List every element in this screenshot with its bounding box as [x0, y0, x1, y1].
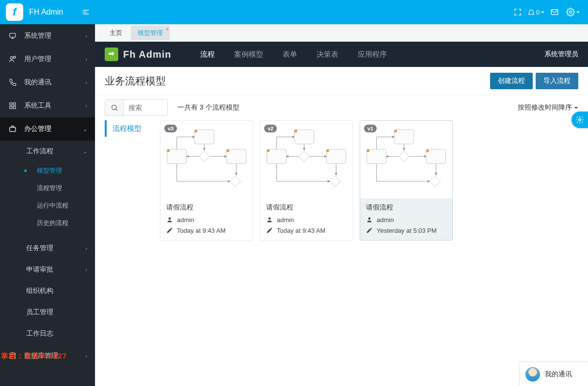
page-tabs: 主页模型管理× [95, 24, 588, 42]
card-time: Yesterday at 5:03 PM [377, 227, 437, 234]
close-icon[interactable]: × [166, 27, 169, 32]
chevron-down-icon: ⌄ [83, 148, 87, 155]
tab-主页[interactable]: 主页 [103, 26, 129, 40]
svg-rect-25 [294, 130, 314, 144]
sidebar: 系统管理›用户管理›我的通讯›系统工具›办公管理⌄工作流程⌄模型管理流程管理运行… [0, 24, 95, 386]
chevron-right-icon: › [85, 103, 87, 109]
sidebar-item-申请审批[interactable]: 申请审批› [0, 259, 95, 280]
sidebar-item-用户管理[interactable]: 用户管理› [0, 48, 95, 71]
svg-rect-18 [194, 130, 214, 144]
search-group [105, 99, 168, 116]
process-card[interactable]: v1 请假流程 admin Yesterday at 5:03 PM [360, 120, 453, 241]
process-card[interactable]: v3 请假流程 admin Today at 9:43 AM [160, 120, 253, 241]
sidebar-item-组织机构[interactable]: 组织机构 [0, 280, 95, 302]
import-process-button[interactable]: 导入流程 [536, 73, 578, 89]
sidebar-item-模型管理[interactable]: 模型管理 [0, 162, 95, 179]
phone-icon [8, 79, 17, 86]
nav-item-决策表[interactable]: 决策表 [317, 42, 338, 67]
sidebar-item-运行中流程[interactable]: 运行中流程 [0, 197, 95, 214]
floating-settings-icon[interactable] [572, 112, 588, 128]
inner-logo [105, 48, 118, 61]
svg-rect-23 [226, 149, 229, 152]
notifications-icon[interactable]: 0 [527, 3, 545, 21]
search-input[interactable] [124, 100, 167, 115]
sort-dropdown[interactable]: 按照修改时间降序 [518, 103, 578, 112]
card-body: 请假流程 admin Yesterday at 5:03 PM [360, 198, 452, 240]
svg-point-39 [579, 119, 581, 121]
grid-icon [8, 102, 17, 110]
card-body: 请假流程 admin Today at 9:43 AM [260, 198, 352, 240]
svg-rect-21 [167, 149, 169, 152]
svg-rect-13 [13, 106, 16, 109]
create-process-button[interactable]: 创建流程 [490, 73, 533, 89]
svg-line-17 [116, 109, 117, 111]
chevron-down-icon: ⌄ [83, 126, 87, 132]
mail-icon[interactable] [545, 3, 564, 21]
svg-rect-32 [394, 130, 413, 144]
sidebar-item-我的通讯[interactable]: 我的通讯› [0, 71, 95, 94]
svg-point-8 [10, 57, 13, 59]
process-card[interactable]: v2 请假流程 admin Today at 9:43 AM [260, 120, 353, 241]
chevron-right-icon: › [85, 353, 87, 359]
nav-item-表单[interactable]: 表单 [283, 42, 297, 67]
svg-rect-5 [10, 33, 16, 37]
sidebar-item-员工管理[interactable]: 员工管理 [0, 302, 95, 323]
page-title: 业务流程模型 [105, 74, 166, 88]
sidebar-item-历史的流程[interactable]: 历史的流程 [0, 214, 95, 232]
version-badge: v2 [264, 125, 277, 132]
card-author: admin [277, 216, 294, 224]
search-button[interactable] [105, 100, 124, 115]
sidebar-item-任务管理[interactable]: 任务管理› [0, 238, 95, 259]
fullscreen-icon[interactable] [509, 3, 527, 21]
svg-point-9 [14, 56, 16, 58]
chevron-right-icon: › [85, 245, 87, 251]
avatar [525, 367, 540, 382]
sidebar-item-办公管理[interactable]: 办公管理⌄ [0, 117, 95, 141]
svg-rect-30 [326, 149, 329, 152]
svg-rect-20 [167, 149, 186, 163]
toolbar-row: 一共有 3 个流程模型 按照修改时间降序 [95, 95, 588, 120]
bell-count: 0 [536, 9, 540, 16]
chevron-right-icon: › [85, 33, 87, 39]
chat-label: 我的通讯 [545, 370, 572, 379]
card-title: 请假流程 [366, 203, 446, 212]
svg-rect-29 [326, 149, 346, 163]
user-icon [8, 55, 17, 63]
card-body: 请假流程 admin Today at 9:43 AM [160, 198, 253, 240]
main-content: 主页模型管理× Fh Admin 流程案例模型表单决策表应用程序 系统管理员 业… [95, 24, 588, 386]
monitor-icon [8, 32, 17, 40]
svg-point-4 [569, 11, 572, 14]
nav-item-案例模型[interactable]: 案例模型 [234, 42, 263, 67]
briefcase-icon [8, 125, 17, 133]
settings-icon[interactable] [564, 3, 582, 21]
chat-popup[interactable]: 我的通讯 [519, 362, 588, 386]
nav-item-流程[interactable]: 流程 [200, 42, 215, 67]
svg-point-24 [169, 217, 171, 220]
sidebar-item-工作流程[interactable]: 工作流程⌄ [0, 141, 95, 162]
inner-brand: Fh Admin [123, 49, 171, 60]
inner-nav-user[interactable]: 系统管理员 [544, 50, 578, 59]
chevron-right-icon: › [85, 267, 87, 273]
sidebar-item-流程管理[interactable]: 流程管理 [0, 179, 95, 197]
svg-point-31 [269, 217, 271, 220]
svg-point-38 [368, 217, 371, 220]
svg-rect-27 [267, 149, 286, 163]
mini-tab-process-model[interactable]: 流程模型 [105, 120, 153, 137]
chevron-right-icon: › [85, 80, 87, 85]
count-text: 一共有 3 个流程模型 [177, 103, 239, 112]
svg-rect-10 [10, 103, 12, 105]
nav-item-应用程序[interactable]: 应用程序 [358, 42, 387, 67]
tab-模型管理[interactable]: 模型管理× [131, 26, 170, 40]
sidebar-item-工作日志[interactable]: 工作日志 [0, 323, 95, 344]
watermark-text: 掌柜：青苔901027 [1, 352, 67, 361]
menu-toggle-icon[interactable] [77, 3, 95, 21]
card-thumbnail: v2 [260, 121, 352, 198]
user-icon [166, 216, 173, 224]
sidebar-item-系统管理[interactable]: 系统管理› [0, 24, 95, 48]
svg-rect-35 [366, 149, 369, 152]
sidebar-item-系统工具[interactable]: 系统工具› [0, 94, 95, 117]
content-row: 流程模型 v3 请假流程 admin Today at 9:43 [95, 120, 588, 250]
svg-rect-33 [394, 130, 397, 132]
user-icon [366, 216, 373, 224]
card-time: Today at 9:43 AM [277, 227, 325, 234]
